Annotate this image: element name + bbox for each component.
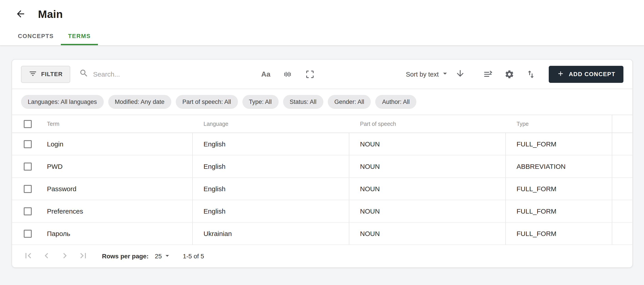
page-title: Main [38, 8, 63, 21]
tab-concepts[interactable]: CONCEPTS [11, 28, 61, 45]
cell-language: English [193, 133, 349, 155]
cell-term: Password [12, 178, 193, 200]
page-header: Main CONCEPTS TERMS [0, 0, 644, 46]
column-header: Language [204, 121, 228, 127]
table-header-row: Term Language Part of speech Type [12, 115, 632, 133]
cell-term: Пароль [12, 222, 193, 244]
table-row[interactable]: PreferencesEnglishNOUNFULL_FORM [12, 200, 632, 222]
import-export-icon[interactable] [526, 69, 536, 80]
cell-empty [612, 133, 632, 155]
select-all-checkbox[interactable] [24, 120, 32, 128]
cell-term: Login [12, 133, 193, 155]
barcode-icon[interactable] [282, 69, 293, 80]
filter-chip[interactable]: Status: All [283, 95, 323, 109]
filter-chip[interactable]: Part of speech: All [176, 95, 238, 109]
chevron-right-icon [60, 250, 70, 262]
caret-down-icon [163, 251, 171, 261]
last-page-button[interactable] [78, 251, 88, 261]
last-page-icon [78, 250, 88, 262]
cell-part-of-speech: NOUN [349, 155, 506, 177]
pagination-range: 1-5 of 5 [183, 252, 204, 260]
cell-empty [612, 155, 632, 177]
column-header: Term [47, 121, 60, 127]
next-page-button[interactable] [60, 251, 70, 261]
crop-frame-icon[interactable] [304, 69, 315, 80]
search-icon [79, 69, 88, 80]
toolbar: FILTER Aa [12, 60, 632, 89]
row-checkbox[interactable] [24, 162, 32, 170]
add-concept-button[interactable]: ADD CONCEPT [549, 66, 624, 83]
table-row[interactable]: PWDEnglishNOUNABBREVIATION [12, 155, 632, 178]
cell-type: FULL_FORM [506, 200, 612, 222]
terms-table: Term Language Part of speech Type LoginE… [12, 115, 632, 245]
cell-type: ABBREVIATION [506, 155, 612, 177]
gear-icon[interactable] [504, 69, 515, 80]
table-row[interactable]: ПарольUkrainianNOUNFULL_FORM [12, 222, 632, 245]
cell-part-of-speech: NOUN [349, 200, 506, 222]
search-input[interactable] [93, 70, 223, 78]
app-window: Main CONCEPTS TERMS FILTER [0, 0, 644, 285]
arrow-down-icon [455, 69, 465, 80]
cell-language: Ukrainian [193, 222, 349, 244]
add-concept-label: ADD CONCEPT [569, 71, 616, 78]
rows-per-page-label: Rows per page: [102, 252, 149, 260]
cell-type: FULL_FORM [506, 178, 612, 200]
table-row[interactable]: PasswordEnglishNOUNFULL_FORM [12, 178, 632, 200]
search-option-icons: Aa [261, 69, 315, 80]
sort-direction-button[interactable] [455, 69, 466, 80]
plus-icon [557, 70, 564, 79]
rows-per-page-select[interactable]: 25 [155, 251, 171, 261]
cell-part-of-speech: NOUN [349, 222, 506, 244]
filter-chip[interactable]: Gender: All [328, 95, 371, 109]
filter-chip[interactable]: Author: All [376, 95, 416, 109]
previous-page-button[interactable] [41, 251, 52, 261]
page-content: FILTER Aa [0, 46, 644, 268]
text-lines-icon[interactable] [482, 69, 493, 80]
header-cell-language: Language [193, 115, 349, 133]
tab-terms[interactable]: TERMS [61, 28, 98, 45]
cell-empty [612, 178, 632, 200]
header-cell-empty [612, 115, 632, 133]
match-case-icon[interactable]: Aa [261, 70, 270, 78]
cell-part-of-speech: NOUN [349, 178, 506, 200]
cell-language: English [193, 178, 349, 200]
table-body: LoginEnglishNOUNFULL_FORMPWDEnglishNOUNA… [12, 133, 632, 245]
row-checkbox[interactable] [24, 207, 32, 215]
row-checkbox[interactable] [24, 229, 32, 237]
column-header: Part of speech [360, 121, 396, 127]
arrow-back-icon [15, 8, 26, 20]
caret-down-icon [440, 69, 450, 79]
header-cell-type: Type [506, 115, 612, 133]
column-header: Type [516, 121, 528, 127]
first-page-icon [23, 250, 34, 262]
cell-language: English [193, 155, 349, 177]
header-cell-part-of-speech: Part of speech [349, 115, 506, 133]
row-checkbox[interactable] [24, 185, 32, 193]
sort-by-select[interactable]: Sort by text [406, 69, 450, 79]
terms-panel: FILTER Aa [12, 59, 633, 268]
cell-type: FULL_FORM [506, 133, 612, 155]
cell-type: FULL_FORM [506, 222, 612, 244]
back-button[interactable] [15, 9, 26, 20]
table-footer: Rows per page: 25 1-5 of 5 [12, 245, 632, 267]
filter-chip[interactable]: Modified: Any date [108, 95, 171, 109]
sort-by-label: Sort by text [406, 71, 439, 78]
first-page-button[interactable] [23, 251, 34, 261]
cell-language: English [193, 200, 349, 222]
cell-part-of-speech: NOUN [349, 133, 506, 155]
filter-chip[interactable]: Languages: All languages [21, 95, 104, 109]
cell-term: Preferences [12, 200, 193, 222]
row-checkbox[interactable] [24, 140, 32, 148]
header-cell-term: Term [12, 115, 193, 133]
filter-chips: Languages: All languagesModified: Any da… [12, 89, 632, 115]
filter-button[interactable]: FILTER [21, 66, 70, 83]
rows-per-page-value: 25 [155, 252, 162, 260]
cell-term: PWD [12, 155, 193, 177]
filter-chip[interactable]: Type: All [242, 95, 278, 109]
view-option-icons [482, 69, 536, 80]
search-box [79, 69, 223, 80]
table-row[interactable]: LoginEnglishNOUNFULL_FORM [12, 133, 632, 155]
filter-button-label: FILTER [41, 71, 62, 78]
filter-list-icon [28, 69, 37, 79]
cell-empty [612, 222, 632, 244]
